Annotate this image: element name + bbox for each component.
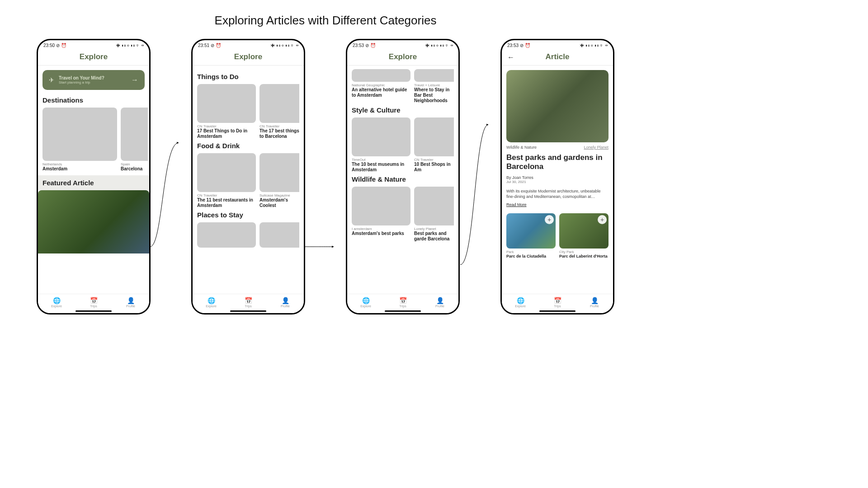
home-indicator <box>75 310 112 312</box>
article-card[interactable]: CN Traveler 17 Best Things to Do in Amst… <box>197 84 256 139</box>
article-source: I amsterdam <box>352 227 410 231</box>
article-image <box>352 69 410 82</box>
article-card[interactable]: CN Traveller The 17 best things to Barce… <box>259 84 299 139</box>
article-card[interactable]: Suitcase Magazine Amsterdam's Coolest <box>259 153 299 208</box>
nav-trips[interactable]: 📅Trips <box>539 294 576 310</box>
article-card[interactable] <box>259 222 299 248</box>
app-header: Explore <box>347 50 458 66</box>
nav-trips[interactable]: 📅Trips <box>384 294 421 310</box>
bottom-nav: 🌐 Explore 📅 Trips 👤 Profile <box>38 294 149 313</box>
article-image <box>259 84 299 123</box>
destination-image <box>42 108 117 161</box>
featured-article-image[interactable] <box>38 190 149 253</box>
section-food-drink: Food & Drink <box>197 142 299 150</box>
article-source: CN Traveler <box>414 158 454 162</box>
article-image <box>352 117 410 156</box>
destination-card[interactable]: Spain Barcelona <box>121 108 148 172</box>
article-title: Best parks and garde Barcelona <box>414 231 454 242</box>
add-place-button[interactable]: + <box>545 215 554 224</box>
article-card[interactable]: Lonely Planet Best parks and garde Barce… <box>414 187 454 242</box>
article-hero-image <box>506 70 609 142</box>
bottom-nav: 🌐Explore 📅Trips 👤Profile <box>193 294 304 313</box>
article-card[interactable]: National Geographic An alternative hotel… <box>352 69 410 103</box>
article-title: The 10 best museums in Amsterdam <box>352 162 410 173</box>
section-style-culture: Style & Culture <box>352 106 454 114</box>
section-places-to-stay: Places to Stay <box>197 211 299 219</box>
article-card[interactable]: I amsterdam Amsterdam's best parks <box>352 187 410 242</box>
promo-title: Travel on Your Mind? <box>59 75 127 80</box>
nav-trips[interactable]: 📅Trips <box>230 294 267 310</box>
article-source: Lonely Planet <box>414 227 454 231</box>
phones-row: 23:50 ⊘ ⏰ ✱ ▮▯ ◎ ▮▯ ᯤ ▭ Explore ✈ Travel… <box>0 39 651 314</box>
article-image <box>259 222 299 248</box>
nav-profile[interactable]: 👤Profile <box>267 294 304 310</box>
article-source: CN Traveller <box>259 124 299 128</box>
user-icon: 👤 <box>421 297 458 304</box>
article-category: Wildlife & Nature <box>506 145 537 150</box>
header-title: Explore <box>193 52 304 61</box>
header-title: Explore <box>38 52 149 61</box>
article-title: Amsterdam's best parks <box>352 231 410 236</box>
article-card[interactable]: CN Traveler 10 Best Shops in Am <box>414 117 454 173</box>
status-bar: 23:53 ⊘ ⏰ ✱ ▮▯ ◎ ▮▯ ᯤ ▭ <box>502 40 613 50</box>
status-bar: 23:50 ⊘ ⏰ ✱ ▮▯ ◎ ▮▯ ᯤ ▭ <box>38 40 149 50</box>
status-bar: 23:51 ⊘ ⏰ ✱ ▮▯ ◎ ▮▯ ᯤ ▭ <box>193 40 304 50</box>
article-image <box>414 117 454 156</box>
article-source: CN Traveller <box>197 193 256 197</box>
nav-trips[interactable]: 📅 Trips <box>75 294 112 310</box>
article-card[interactable] <box>197 222 256 248</box>
nav-explore[interactable]: 🌐Explore <box>193 294 230 310</box>
destination-card[interactable]: Netherlands Amsterdam <box>42 108 117 172</box>
add-place-button[interactable]: + <box>598 215 607 224</box>
globe-icon: 🌐 <box>347 297 384 304</box>
place-card[interactable]: + City Park Parc del Laberint d'Horta <box>559 213 609 258</box>
bottom-nav: 🌐Explore 📅Trips 👤Profile <box>502 294 613 313</box>
phone-screen-4: 23:53 ⊘ ⏰ ✱ ▮▯ ◎ ▮▯ ᯤ ▭ ← Article Wildli… <box>500 39 614 314</box>
app-header: Explore <box>193 50 304 66</box>
nav-explore[interactable]: 🌐Explore <box>502 294 539 310</box>
article-image <box>352 187 410 225</box>
read-more-link[interactable]: Read More <box>506 202 527 207</box>
article-title: An alternative hotel guide to Amsterdam <box>352 87 410 98</box>
article-source-link[interactable]: Lonely Planet <box>584 145 609 150</box>
article-card[interactable]: CN Traveller The 11 best restaurants in … <box>197 153 256 208</box>
article-source: Travel + Leisure <box>414 83 454 87</box>
arrow-right-icon: → <box>131 76 138 84</box>
promo-banner[interactable]: ✈ Travel on Your Mind? Start planning a … <box>42 70 145 90</box>
home-indicator <box>539 310 576 312</box>
back-button[interactable]: ← <box>507 53 514 61</box>
nav-explore[interactable]: 🌐 Explore <box>38 294 75 310</box>
article-image <box>197 153 256 192</box>
phone-screen-3: 23:53 ⊘ ⏰ ✱ ▮▯ ◎ ▮▯ ᯤ ▭ Explore National… <box>346 39 460 314</box>
calendar-icon: 📅 <box>539 297 576 304</box>
globe-icon: 🌐 <box>502 297 539 304</box>
article-title: The 17 best things to Barcelona <box>259 128 299 139</box>
article-date: Jul 30, 2021 <box>506 180 609 184</box>
promo-subtitle: Start planning a trip <box>59 80 127 84</box>
nav-explore[interactable]: 🌐Explore <box>347 294 384 310</box>
place-name: Parc del Laberint d'Horta <box>559 254 609 258</box>
article-body: With its exquisite Modernist architectur… <box>506 188 609 200</box>
calendar-icon: 📅 <box>230 297 267 304</box>
place-card[interactable]: + Park Parc de la Ciutadella <box>506 213 556 258</box>
article-card[interactable]: Travel + Leisure Where to Stay in Bar Be… <box>414 69 454 103</box>
article-card[interactable]: TimeOut The 10 best museums in Amsterdam <box>352 117 410 173</box>
nav-profile[interactable]: 👤Profile <box>576 294 613 310</box>
article-title: Amsterdam's Coolest <box>259 197 299 208</box>
article-author: By Joan Torres <box>506 175 609 180</box>
place-name: Parc de la Ciutadella <box>506 254 556 258</box>
section-things-to-do: Things to Do <box>197 73 299 80</box>
paper-plane-icon: ✈ <box>49 76 54 84</box>
article-title: 17 Best Things to Do in Amsterdam <box>197 128 256 139</box>
bottom-nav: 🌐Explore 📅Trips 👤Profile <box>347 294 458 313</box>
article-title: The 11 best restaurants in Amsterdam <box>197 197 256 208</box>
status-bar: 23:53 ⊘ ⏰ ✱ ▮▯ ◎ ▮▯ ᯤ ▭ <box>347 40 458 50</box>
page-title: Exploring Articles with Different Catego… <box>0 14 651 28</box>
article-image <box>197 222 256 248</box>
home-indicator <box>230 310 266 312</box>
nav-profile[interactable]: 👤Profile <box>421 294 458 310</box>
phone-screen-2: 23:51 ⊘ ⏰ ✱ ▮▯ ◎ ▮▯ ᯤ ▭ Explore Things t… <box>191 39 305 314</box>
nav-profile[interactable]: 👤 Profile <box>112 294 149 310</box>
app-header: Explore <box>38 50 149 66</box>
calendar-icon: 📅 <box>75 297 112 304</box>
